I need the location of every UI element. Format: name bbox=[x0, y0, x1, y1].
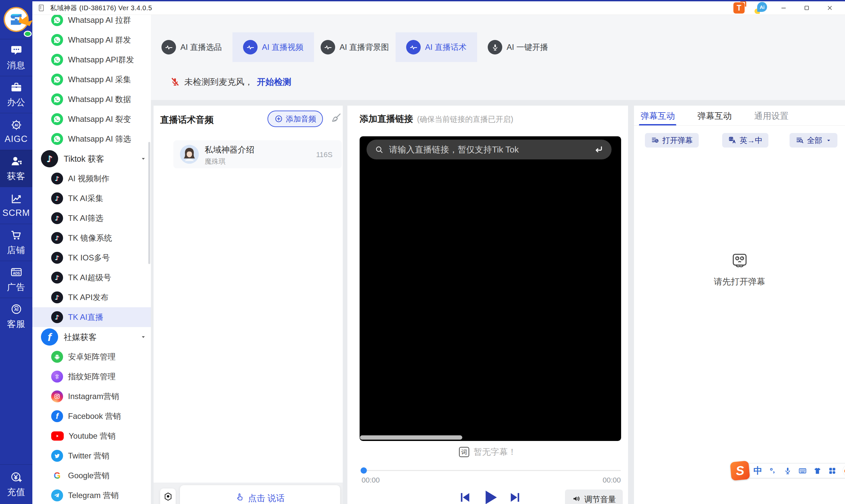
sidebar-item[interactable]: 安卓矩阵管理 bbox=[32, 347, 151, 367]
maximize-button[interactable] bbox=[800, 2, 813, 14]
tab-general-settings[interactable]: 通用设置 bbox=[754, 110, 789, 122]
sidebar-item[interactable]: Whatsapp AI 群发 bbox=[32, 30, 151, 50]
sidebar-item-label: TK AI超级号 bbox=[68, 272, 111, 283]
audio-list-item[interactable]: 私域神器介绍 魔殊琪 116S bbox=[173, 140, 342, 168]
sidebar-item[interactable]: ♪AI 视频制作 bbox=[32, 169, 151, 188]
shop-icon bbox=[10, 229, 22, 241]
tab-live-script[interactable]: AI 直播话术 bbox=[395, 32, 477, 62]
emoji-icon[interactable] bbox=[843, 466, 845, 475]
video-horizontal-scrollbar[interactable] bbox=[360, 435, 462, 439]
tiktok-icon: ♪ bbox=[51, 232, 63, 244]
nav-label: AIGC bbox=[5, 134, 28, 144]
nav-service[interactable]: AI客服 bbox=[0, 298, 32, 335]
record-button[interactable] bbox=[160, 488, 176, 504]
sogou-logo[interactable]: S bbox=[730, 461, 750, 481]
nav-messages[interactable]: 消息 bbox=[0, 39, 32, 76]
volume-button[interactable]: 调节音量 bbox=[565, 489, 623, 504]
nav-aigc[interactable]: AIAIGC bbox=[0, 113, 32, 150]
sidebar-item[interactable]: Whatsapp AI 数据 bbox=[32, 89, 151, 109]
nav-shop[interactable]: 店铺 bbox=[0, 224, 32, 261]
chevron-down-icon[interactable] bbox=[140, 334, 146, 340]
broom-icon[interactable] bbox=[330, 112, 342, 124]
sidebar-section-header[interactable]: ♪Tiktok 获客 bbox=[32, 149, 151, 169]
tab-live-video[interactable]: AI 直播视频 bbox=[232, 32, 314, 62]
ime-language-toggle[interactable]: 中 bbox=[754, 465, 762, 476]
sidebar-item-label: Facebook 营销 bbox=[68, 411, 121, 421]
record-hexagon-icon bbox=[163, 492, 173, 502]
nav-label: 获客 bbox=[7, 170, 25, 182]
sidebar-item[interactable]: ♪TK AI超级号 bbox=[32, 268, 151, 287]
keyboard-icon[interactable] bbox=[798, 466, 807, 475]
sidebar-item[interactable]: Twitter 营销 bbox=[32, 446, 151, 466]
sidebar-item[interactable]: Telegram 营销 bbox=[32, 486, 151, 504]
tab-live-background[interactable]: AI 直播背景图 bbox=[314, 32, 395, 62]
danmaku-tabs: 弹幕互动 弹幕互动 通用设置 bbox=[640, 110, 789, 122]
tab-live-products[interactable]: AI 直播选品 bbox=[151, 32, 232, 62]
sidebar-item[interactable]: ♪TK AI筛选 bbox=[32, 208, 151, 228]
app-logo[interactable] bbox=[0, 0, 32, 39]
feature-tab-bar: AI 直播选品AI 直播视频AI 直播背景图AI 直播话术AI 一键开播 bbox=[151, 32, 559, 62]
mic-icon[interactable] bbox=[783, 466, 792, 475]
progress-handle[interactable] bbox=[360, 467, 367, 474]
sidebar-item[interactable]: Whatsapp AI 拉群 bbox=[32, 15, 151, 30]
sidebar-item-label: Whatsapp AI 采集 bbox=[68, 74, 131, 85]
sidebar-item[interactable]: Instagram营销 bbox=[32, 386, 151, 406]
window-title: 私域神器 (ID-386176) Ver 3.4.0.5 bbox=[50, 4, 152, 13]
tab-label: AI 直播视频 bbox=[262, 42, 303, 53]
chevron-down-icon[interactable] bbox=[140, 156, 146, 162]
progress-bar[interactable] bbox=[362, 470, 621, 471]
play-button[interactable] bbox=[480, 488, 499, 504]
current-time: 00:00 bbox=[362, 476, 380, 485]
sidebar-item[interactable]: ♪TK 镜像系统 bbox=[32, 228, 151, 248]
tab-danmaku-interaction-2[interactable]: 弹幕互动 bbox=[698, 110, 732, 122]
nav-scrm[interactable]: SCRM bbox=[0, 187, 32, 224]
enter-icon[interactable] bbox=[593, 144, 604, 155]
tab-danmaku-interaction-1[interactable]: 弹幕互动 bbox=[640, 110, 675, 122]
plus-circle-icon bbox=[275, 114, 283, 123]
next-button[interactable] bbox=[508, 490, 522, 504]
nav-recharge[interactable]: 充值 bbox=[0, 464, 32, 504]
chart-icon bbox=[10, 193, 22, 205]
minimize-button[interactable] bbox=[777, 2, 790, 14]
checklist-icon bbox=[651, 136, 659, 145]
sidebar-item[interactable]: Whatsapp API群发 bbox=[32, 50, 151, 70]
sidebar-section-header[interactable]: f社媒获客 bbox=[32, 327, 151, 347]
nav-customers[interactable]: 获客 bbox=[0, 150, 32, 187]
logo-circle bbox=[4, 7, 29, 32]
open-danmaku-button[interactable]: 打开弹幕 bbox=[645, 133, 699, 147]
nav-ads[interactable]: ADS广告 bbox=[0, 261, 32, 298]
add-audio-button[interactable]: 添加音频 bbox=[267, 111, 323, 127]
customer-icon bbox=[10, 155, 22, 167]
punctuation-icon[interactable] bbox=[769, 466, 777, 475]
close-button[interactable] bbox=[823, 2, 837, 14]
toolbox-icon[interactable] bbox=[828, 466, 837, 475]
sidebar-item[interactable]: 指纹矩阵管理 bbox=[32, 367, 151, 386]
push-to-talk-button[interactable]: 点击 说话 bbox=[180, 485, 340, 504]
sidebar-item[interactable]: Whatsapp AI 采集 bbox=[32, 70, 151, 89]
nav-label: 办公 bbox=[7, 96, 25, 108]
sidebar-item[interactable]: ♪TK AI采集 bbox=[32, 188, 151, 208]
filter-all-button[interactable]: 全部 bbox=[790, 133, 838, 147]
nav-label: 充值 bbox=[7, 486, 25, 498]
sidebar-item[interactable]: ♪TK IOS多号 bbox=[32, 248, 151, 268]
youtube-icon bbox=[51, 431, 64, 440]
translate-tool-icon[interactable]: T bbox=[734, 2, 745, 14]
live-link-input[interactable] bbox=[389, 145, 593, 155]
previous-button[interactable] bbox=[458, 490, 472, 504]
sidebar-item[interactable]: Whatsapp AI 筛选 bbox=[32, 129, 151, 149]
ai-chat-icon[interactable]: Ai bbox=[755, 2, 767, 14]
sidebar-scrollbar[interactable] bbox=[148, 142, 150, 264]
nav-office[interactable]: 办公 bbox=[0, 76, 32, 113]
tab-one-key-live[interactable]: AI 一键开播 bbox=[477, 32, 559, 62]
sidebar-item[interactable]: GGoogle营销 bbox=[32, 466, 151, 486]
sidebar-item[interactable]: ♪TK API发布 bbox=[32, 287, 151, 307]
translate-mode-button[interactable]: 英→中 bbox=[722, 133, 769, 147]
live-panel-hint: (确保当前链接的直播已开启) bbox=[417, 114, 513, 124]
sidebar-item[interactable]: Whatsapp AI 裂变 bbox=[32, 109, 151, 129]
whatsapp-icon bbox=[51, 15, 63, 26]
sidebar-item[interactable]: Youtube 营销 bbox=[32, 426, 151, 446]
sidebar-item[interactable]: fFacebook 营销 bbox=[32, 406, 151, 426]
sidebar-item[interactable]: ♪TK AI直播 bbox=[32, 307, 151, 327]
start-detection-link[interactable]: 开始检测 bbox=[257, 76, 291, 88]
skin-icon[interactable] bbox=[813, 466, 822, 475]
